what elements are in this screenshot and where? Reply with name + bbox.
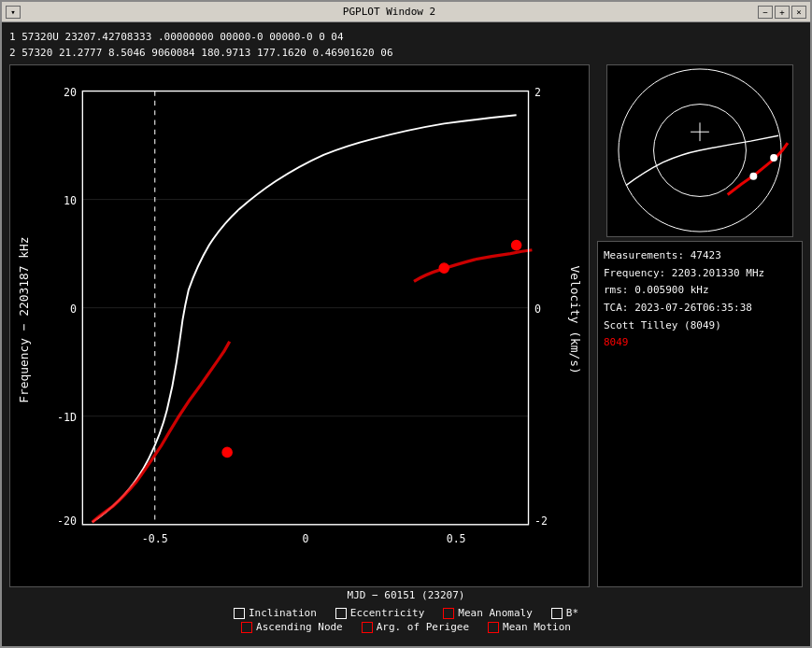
- tca-label: TCA:: [604, 302, 629, 314]
- data-point-3: [511, 240, 520, 249]
- rms-value: 0.005900 kHz: [634, 284, 708, 296]
- legend-eccentricity: Eccentricity: [335, 607, 424, 619]
- right-panel: Measurements: 47423 Frequency: 2203.2013…: [597, 64, 803, 587]
- sky-plot: [606, 64, 793, 237]
- tle-line1: 1 57320U 23207.42708333 .00000000 00000-…: [9, 30, 803, 46]
- window-title: PGPLOT Window 2: [21, 6, 758, 18]
- svg-text:20: 20: [64, 86, 77, 99]
- legend-mean-anomaly: Mean Anomaly: [443, 607, 532, 619]
- frequency-label: Frequency:: [604, 267, 665, 279]
- svg-text:0: 0: [302, 532, 308, 545]
- svg-text:-2: -2: [534, 514, 548, 528]
- legend-label-bstar: B*: [566, 607, 578, 619]
- measurements-line: Measurements: 47423: [604, 247, 796, 265]
- tca-line: TCA: 2023-07-26T06:35:38: [604, 300, 796, 317]
- content-area: 1 57320U 23207.42708333 .00000000 00000-…: [2, 22, 810, 646]
- legend-arg-perigee: Arg. of Perigee: [362, 621, 469, 633]
- legend-label-ascending-node: Ascending Node: [256, 621, 343, 633]
- legend-bstar: B*: [551, 607, 578, 619]
- title-bar-left: ▾: [6, 6, 21, 19]
- sky-svg: [607, 65, 792, 236]
- rms-line: rms: 0.005900 kHz: [604, 282, 796, 300]
- observer-label: Scott Tilley (8049): [604, 319, 721, 331]
- legend-box-mean-motion: [488, 622, 499, 633]
- measurements-label: Measurements:: [604, 249, 684, 261]
- legend-row-1: Inclination Eccentricity Mean Anomaly B*: [9, 607, 803, 619]
- tca-value: 2023-07-26T06:35:38: [634, 302, 752, 314]
- y-axis-label: Frequency − 2203187 kHz: [17, 236, 31, 402]
- legend-label-inclination: Inclination: [249, 607, 317, 619]
- legend-box-arg-perigee: [362, 622, 373, 633]
- maximize-button[interactable]: +: [775, 6, 790, 19]
- svg-point-25: [749, 173, 757, 180]
- main-window: ▾ PGPLOT Window 2 − + × 1 57320U 23207.4…: [0, 0, 812, 648]
- tle-data: 1 57320U 23207.42708333 .00000000 00000-…: [9, 30, 803, 61]
- legend-box-mean-anomaly: [443, 608, 454, 619]
- system-menu[interactable]: ▾: [6, 6, 21, 19]
- observer-line: Scott Tilley (8049): [604, 317, 796, 335]
- legend-label-eccentricity: Eccentricity: [350, 607, 424, 619]
- frequency-value: 2203.201330 MHz: [672, 267, 764, 279]
- measurements-value: 47423: [691, 249, 721, 261]
- frequency-line: Frequency: 2203.201330 MHz: [604, 265, 796, 283]
- svg-text:2: 2: [534, 86, 541, 99]
- svg-text:-0.5: -0.5: [142, 532, 168, 545]
- legend-label-mean-anomaly: Mean Anomaly: [458, 607, 532, 619]
- x-axis-label: MJD − 60151 (23207): [9, 589, 803, 601]
- rms-label: rms:: [604, 284, 629, 296]
- tle-line2: 2 57320 21.2777 8.5046 9060084 180.9713 …: [9, 46, 803, 62]
- legend-mean-motion: Mean Motion: [488, 621, 571, 633]
- legend-inclination: Inclination: [234, 607, 317, 619]
- observer-id: 8049: [604, 336, 629, 348]
- observer-id-line: 8049: [604, 334, 796, 352]
- svg-text:0: 0: [534, 303, 541, 316]
- close-button[interactable]: ×: [791, 6, 806, 19]
- svg-text:10: 10: [64, 194, 77, 207]
- legend-box-eccentricity: [335, 608, 347, 619]
- svg-text:0.5: 0.5: [447, 532, 466, 545]
- legend-area: Inclination Eccentricity Mean Anomaly B*: [9, 601, 803, 639]
- minimize-button[interactable]: −: [758, 6, 773, 19]
- legend-box-ascending-node: [241, 622, 252, 633]
- legend-label-mean-motion: Mean Motion: [503, 621, 571, 633]
- legend-box-bstar: [551, 608, 563, 619]
- x-label-text: MJD − 60151 (23207): [348, 589, 465, 601]
- y2-axis-label: Velocity (km/s): [568, 265, 582, 373]
- data-point-1: [222, 447, 232, 457]
- svg-text:0: 0: [70, 303, 77, 316]
- main-row: Frequency − 2203187 kHz Velocity (km/s) …: [9, 64, 803, 587]
- svg-text:-20: -20: [57, 514, 77, 528]
- legend-label-arg-perigee: Arg. of Perigee: [377, 621, 469, 633]
- svg-point-26: [770, 154, 777, 162]
- window-controls: − + ×: [758, 6, 806, 19]
- plot-svg: Frequency − 2203187 kHz Velocity (km/s) …: [10, 65, 589, 586]
- svg-text:-1D: -1D: [57, 411, 77, 424]
- title-bar: ▾ PGPLOT Window 2 − + ×: [2, 2, 810, 22]
- legend-row-2: Ascending Node Arg. of Perigee Mean Moti…: [9, 621, 803, 633]
- main-plot: Frequency − 2203187 kHz Velocity (km/s) …: [9, 64, 590, 587]
- legend-ascending-node: Ascending Node: [241, 621, 343, 633]
- info-box: Measurements: 47423 Frequency: 2203.2013…: [597, 241, 803, 587]
- legend-box-inclination: [234, 608, 245, 619]
